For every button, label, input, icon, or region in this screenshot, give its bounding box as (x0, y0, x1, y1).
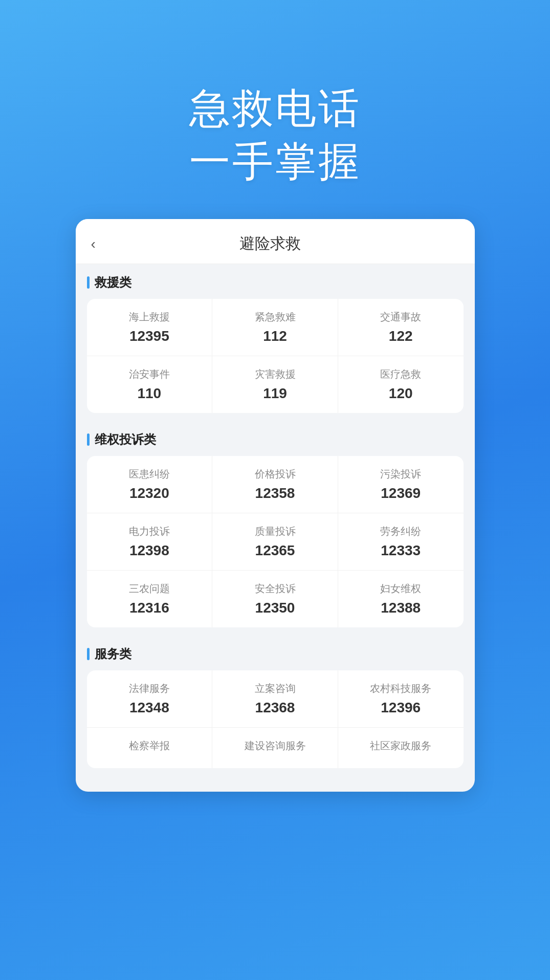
cell-12333[interactable]: 劳务纠纷 12333 (338, 513, 464, 570)
hero-line2: 一手掌握 (189, 139, 361, 184)
service-grid: 法律服务 12348 立案咨询 12368 农村科技服务 12396 检察举报 (87, 670, 464, 768)
cell-12320[interactable]: 医患纠纷 12320 (87, 456, 213, 513)
rescue-row-1: 海上救援 12395 紧急救难 112 交通事故 122 (87, 299, 464, 356)
cell-12365[interactable]: 质量投诉 12365 (212, 513, 338, 570)
cell-shequ[interactable]: 社区家政服务 (338, 728, 464, 768)
cell-12395-number: 12395 (129, 328, 169, 344)
cell-122[interactable]: 交通事故 122 (338, 299, 464, 356)
cell-120[interactable]: 医疗急救 120 (338, 356, 464, 413)
service-row-1: 法律服务 12348 立案咨询 12368 农村科技服务 12396 (87, 670, 464, 728)
cell-119-label: 灾害救援 (255, 367, 296, 381)
cell-12396[interactable]: 农村科技服务 12396 (338, 670, 464, 727)
section-service: 服务类 法律服务 12348 立案咨询 12368 农村科技服务 12396 (76, 636, 475, 768)
section-service-label: 服务类 (87, 646, 464, 662)
cell-12388[interactable]: 妇女维权 12388 (338, 571, 464, 627)
section-rights-label: 维权投诉类 (87, 431, 464, 448)
hero-line1: 急救电话 (189, 85, 361, 131)
rescue-row-2: 治安事件 110 灾害救援 119 医疗急救 120 (87, 356, 464, 413)
cell-12350[interactable]: 安全投诉 12350 (212, 571, 338, 627)
cell-110-number: 110 (137, 385, 161, 402)
section-rescue: 救援类 海上救援 12395 紧急救难 112 交通事故 122 (76, 264, 475, 413)
rights-row-3: 三农问题 12316 安全投诉 12350 妇女维权 12388 (87, 571, 464, 627)
rights-row-1: 医患纠纷 12320 价格投诉 12358 污染投诉 12369 (87, 456, 464, 513)
cell-110[interactable]: 治安事件 110 (87, 356, 213, 413)
section-rights: 维权投诉类 医患纠纷 12320 价格投诉 12358 污染投诉 12369 (76, 421, 475, 627)
cell-119-number: 119 (263, 385, 287, 402)
service-row-2: 检察举报 建设咨询服务 社区家政服务 (87, 728, 464, 768)
cell-112-number: 112 (263, 328, 287, 344)
cell-12348[interactable]: 法律服务 12348 (87, 670, 213, 727)
rights-grid: 医患纠纷 12320 价格投诉 12358 污染投诉 12369 电力投诉 12… (87, 456, 464, 627)
cell-12369[interactable]: 污染投诉 12369 (338, 456, 464, 513)
cell-12358[interactable]: 价格投诉 12358 (212, 456, 338, 513)
cell-112[interactable]: 紧急救难 112 (212, 299, 338, 356)
main-card: ‹ 避险求救 救援类 海上救援 12395 紧急救难 112 交通事故 122 (76, 219, 475, 792)
cell-jianchajubao[interactable]: 检察举报 (87, 728, 213, 768)
cell-12398[interactable]: 电力投诉 12398 (87, 513, 213, 570)
cell-jianshe[interactable]: 建设咨询服务 (212, 728, 338, 768)
cell-112-label: 紧急救难 (255, 310, 296, 324)
rescue-grid: 海上救援 12395 紧急救难 112 交通事故 122 治安事件 110 (87, 299, 464, 413)
section-rescue-label: 救援类 (87, 274, 464, 291)
cell-122-number: 122 (389, 328, 413, 344)
cell-120-label: 医疗急救 (380, 367, 421, 381)
cell-12316[interactable]: 三农问题 12316 (87, 571, 213, 627)
card-header: ‹ 避险求救 (76, 219, 475, 264)
card-title: 避险求救 (106, 233, 435, 254)
rights-row-2: 电力投诉 12398 质量投诉 12365 劳务纠纷 12333 (87, 513, 464, 571)
back-button[interactable]: ‹ (91, 236, 96, 252)
cell-122-label: 交通事故 (380, 310, 421, 324)
hero-title: 急救电话 一手掌握 (189, 82, 361, 188)
cell-119[interactable]: 灾害救援 119 (212, 356, 338, 413)
cell-12368[interactable]: 立案咨询 12368 (212, 670, 338, 727)
cell-12395-label: 海上救援 (129, 310, 170, 324)
cell-120-number: 120 (389, 385, 413, 402)
cell-110-label: 治安事件 (129, 367, 170, 381)
cell-12395[interactable]: 海上救援 12395 (87, 299, 213, 356)
